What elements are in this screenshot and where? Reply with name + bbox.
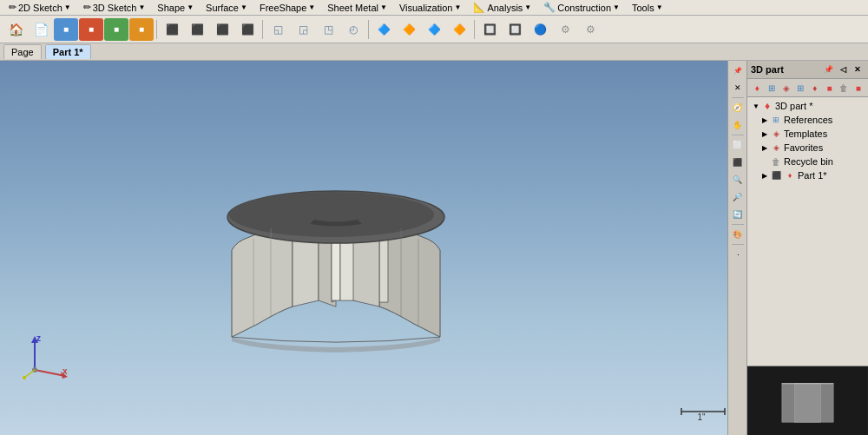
menu-freeshape[interactable]: FreeShape ▼ [254, 2, 320, 14]
tree-icon-3dpart: ♦ [761, 100, 773, 112]
toolbar-new[interactable]: 📄 [29, 18, 53, 41]
svg-text:z: z [36, 333, 41, 343]
scale-bar: 1" [677, 403, 729, 422]
tree-label-templates: Templates [784, 129, 827, 139]
tree-label-recycle-bin: Recycle bin [784, 156, 833, 167]
tree-item-recycle-bin[interactable]: ▶ 🗑 Recycle bin [749, 155, 866, 168]
toolbar-view-4[interactable]: 🔶 [447, 18, 471, 41]
preview-svg [747, 366, 868, 435]
tree-toggle-3dpart[interactable]: ▼ [751, 101, 761, 111]
svg-point-2 [229, 192, 434, 237]
tree-toggle-references[interactable]: ▶ [760, 115, 770, 125]
toolbar-op-1[interactable]: ◱ [266, 18, 290, 41]
tree-label-part1: Part 1* [798, 170, 827, 181]
tree-toggle-part1[interactable]: ▶ [760, 170, 770, 181]
tree-icon-templates: ◈ [770, 128, 782, 140]
tree-item-templates[interactable]: ▶ ◈ Templates [749, 127, 866, 141]
toolbar-extra-5[interactable]: ⚙ [578, 18, 602, 41]
tabbar: Page Part 1* [0, 43, 868, 61]
toolbar-extra-1[interactable]: 🔲 [477, 18, 502, 41]
menu-construction[interactable]: 🔧 Construction ▼ [538, 1, 625, 14]
tree-toggle-templates[interactable]: ▶ [760, 129, 770, 139]
vt-rotate[interactable]: 🔄 [730, 207, 746, 222]
menu-surface[interactable]: Surface ▼ [201, 2, 253, 14]
toolbar-shape-1[interactable]: ⬛ [160, 18, 184, 41]
svg-point-15 [23, 376, 26, 379]
vt-pin-button[interactable]: 📌 [730, 63, 746, 78]
menu-tools[interactable]: Tools ▼ [627, 2, 668, 14]
tree-item-part1[interactable]: ▶ ⬛ ♦ Part 1* [749, 168, 866, 182]
tree-icon-2[interactable]: ⊞ [766, 81, 779, 95]
tree-item-references[interactable]: ▶ ⊞ References [749, 113, 866, 127]
toolbar-op-2[interactable]: ◲ [291, 18, 315, 41]
tab-part1[interactable]: Part 1* [45, 44, 91, 59]
vt-sep-4 [732, 244, 744, 245]
tree-icon-6[interactable]: ■ [823, 81, 836, 95]
viewport[interactable]: z x 1" 📌 ✕ [0, 61, 746, 435]
menu-3d-sketch[interactable]: ✏ 3D Sketch ▼ [78, 1, 151, 14]
tree-icon-recycle: 🗑 [770, 155, 782, 168]
tree-view: ▼ ♦ 3D part * ▶ ⊞ References ▶ ◈ Templat… [747, 97, 868, 366]
vt-compass[interactable]: 🧭 [730, 100, 746, 115]
tree-icon-3[interactable]: ◈ [779, 81, 792, 95]
tree-toggle-favorites[interactable]: ▶ [760, 142, 770, 153]
bottom-preview [747, 366, 868, 435]
panel-expand-btn[interactable]: ◁ [836, 63, 850, 76]
toolbar-home[interactable]: 🏠 [3, 18, 28, 41]
tab-page[interactable]: Page [3, 44, 42, 59]
vt-view-front[interactable]: ⬜ [730, 137, 746, 153]
menu-shape[interactable]: Shape ▼ [152, 2, 199, 14]
toolbar-sep-1 [156, 20, 157, 39]
toolbar-extra-2[interactable]: 🔲 [503, 18, 527, 41]
tree-icon-4[interactable]: ⊞ [794, 81, 807, 95]
axis-indicator: z x [17, 331, 69, 383]
3d-model-container [206, 146, 466, 373]
right-panel-header: 3D part 📌 ◁ ✕ [747, 61, 868, 79]
toolbar-view-3[interactable]: 🔷 [422, 18, 446, 41]
main-area: z x 1" 📌 ✕ [0, 61, 868, 435]
panel-pin-btn[interactable]: 📌 [821, 63, 835, 76]
tree-icon-7[interactable]: 🗑 [838, 81, 851, 95]
vt-close-button[interactable]: ✕ [730, 80, 746, 96]
toolbar-op-4[interactable]: ◴ [341, 18, 365, 41]
menu-visualization[interactable]: Visualization ▼ [394, 2, 466, 14]
toolbar: 🏠 📄 ■ ■ ■ ■ ⬛ ⬛ ⬛ ⬛ ◱ ◲ ◳ ◴ 🔷 🔶 🔷 🔶 🔲 🔲 … [0, 16, 868, 43]
svg-text:x: x [62, 366, 68, 376]
tree-item-favorites[interactable]: ▶ ◈ Favorites [749, 141, 866, 155]
toolbar-extra-3[interactable]: 🔵 [528, 18, 552, 41]
toolbar-cube-1[interactable]: ■ [54, 18, 78, 41]
toolbar-view-2[interactable]: 🔶 [397, 18, 421, 41]
panel-close-btn[interactable]: ✕ [851, 63, 865, 76]
vt-render[interactable]: 🎨 [730, 227, 746, 242]
toolbar-shape-2[interactable]: ⬛ [185, 18, 209, 41]
tree-icon-1[interactable]: ♦ [751, 81, 764, 95]
toolbar-cube-2[interactable]: ■ [79, 18, 103, 41]
tree-item-3dpart[interactable]: ▼ ♦ 3D part * [749, 99, 866, 113]
svg-text:1": 1" [697, 412, 706, 420]
toolbar-cube-4[interactable]: ■ [129, 18, 154, 41]
menu-2d-sketch[interactable]: ✏ 2D Sketch ▼ [3, 1, 76, 14]
svg-line-14 [24, 370, 35, 378]
toolbar-extra-4[interactable]: ⚙ [553, 18, 577, 41]
vt-zoom-in[interactable]: 🔎 [730, 189, 746, 205]
toolbar-view-1[interactable]: 🔷 [372, 18, 396, 41]
tree-icon-favorites: ◈ [770, 142, 782, 154]
tree-label-favorites: Favorites [784, 142, 823, 153]
toolbar-shape-4[interactable]: ⬛ [235, 18, 260, 41]
vt-zoom-fit[interactable]: 🔍 [730, 172, 746, 188]
vt-sep-3 [732, 224, 744, 225]
toolbar-cube-3[interactable]: ■ [104, 18, 128, 41]
toolbar-op-3[interactable]: ◳ [316, 18, 340, 41]
toolbar-sep-4 [474, 20, 475, 39]
vt-view-iso[interactable]: ⬛ [730, 155, 746, 170]
menu-sheet-metal[interactable]: Sheet Metal ▼ [322, 2, 392, 14]
right-panel: 3D part 📌 ◁ ✕ ♦ ⊞ ◈ ⊞ ♦ ■ 🗑 ■ ▼ ♦ 3D par… [746, 61, 868, 435]
tree-icon-5[interactable]: ♦ [809, 81, 822, 95]
toolbar-sep-3 [368, 20, 369, 39]
toolbar-shape-3[interactable]: ⬛ [210, 18, 234, 41]
tree-label-3dpart: 3D part * [775, 101, 812, 111]
vt-pan[interactable]: ✋ [730, 117, 746, 133]
tree-icon-8[interactable]: ■ [852, 81, 865, 95]
menu-analysis[interactable]: 📐 Analysis ▼ [468, 1, 536, 14]
vt-dots[interactable]: ··· [730, 247, 746, 262]
